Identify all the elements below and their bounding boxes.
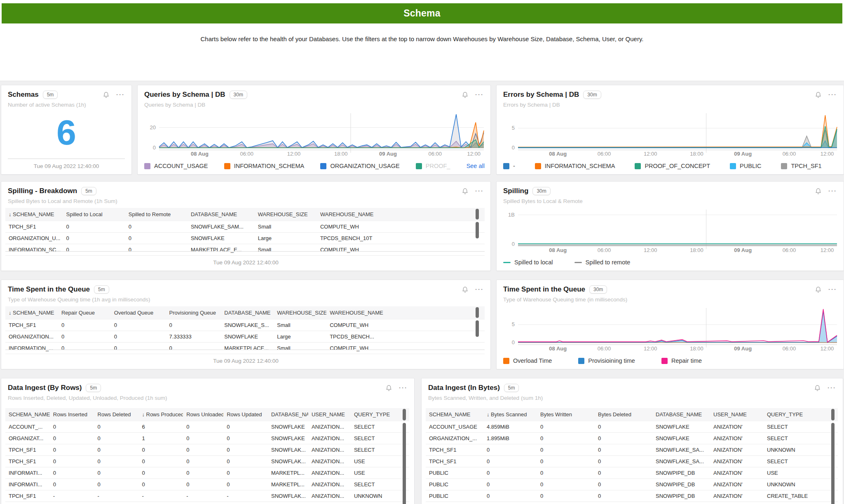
bell-icon[interactable] xyxy=(814,385,821,392)
ellipsis-menu-icon[interactable] xyxy=(116,93,125,97)
ellipsis-menu-icon[interactable] xyxy=(475,287,484,292)
scrollbar-thumb[interactable] xyxy=(403,423,406,504)
column-header[interactable]: Spilled to Remote xyxy=(125,208,188,221)
column-header[interactable]: QUERY_TYPE xyxy=(764,408,838,421)
svg-text:1B: 1B xyxy=(508,212,515,218)
scrollbar-thumb[interactable] xyxy=(831,423,835,504)
queue-chart[interactable]: 0508 Aug06:0012:0018:0009 Aug06:0012:00 xyxy=(499,305,841,353)
legend-label: INFORMATION_SCHEMA xyxy=(234,163,305,169)
ellipsis-menu-icon[interactable] xyxy=(475,189,484,193)
ellipsis-menu-icon[interactable] xyxy=(399,386,408,390)
legend-item[interactable]: - xyxy=(503,163,515,169)
column-header[interactable]: Overload Queue xyxy=(111,306,166,320)
column-header[interactable]: Rows Inserted xyxy=(50,408,94,421)
scrollbar-thumb[interactable] xyxy=(476,222,479,238)
column-header[interactable]: Bytes Written xyxy=(537,408,595,421)
column-header[interactable]: SCHEMA_NAME xyxy=(5,408,50,421)
bell-icon[interactable] xyxy=(103,91,110,98)
column-header[interactable]: USER_NAME xyxy=(308,408,351,421)
table-row: TPCH_SF1-----SNOWFLAK...ANIZATION...UNKN… xyxy=(5,490,409,502)
bell-icon[interactable] xyxy=(815,286,822,293)
table-row: PUBLIC-----SNOWPIPE_...ANIZATION...USE xyxy=(5,502,409,504)
svg-text:08 Aug: 08 Aug xyxy=(549,151,567,157)
errors-chart[interactable]: 0508 Aug06:0012:0018:0009 Aug06:0012:00 xyxy=(499,110,841,159)
ellipsis-menu-icon[interactable] xyxy=(828,386,836,390)
column-header[interactable]: Rows Deleted xyxy=(94,408,139,421)
refresh-interval-badge: 30m xyxy=(583,91,601,99)
column-header[interactable]: WAREHOUSE_NAME xyxy=(317,208,384,221)
svg-text:12:00: 12:00 xyxy=(644,247,657,253)
column-header[interactable]: WAREHOUSE_NAME xyxy=(326,306,384,320)
column-header[interactable]: WAREHOUSE_SIZE xyxy=(255,208,317,221)
legend-label: Spilled to remote xyxy=(586,259,631,266)
legend-item[interactable]: PUBLIC xyxy=(730,163,761,169)
bell-icon[interactable] xyxy=(815,188,822,195)
svg-text:12:00: 12:00 xyxy=(821,345,834,352)
scrollbar-thumb[interactable] xyxy=(831,409,835,420)
bell-icon[interactable] xyxy=(462,188,469,195)
column-header[interactable]: Bytes Deleted xyxy=(595,408,652,421)
legend-swatch-icon xyxy=(503,163,509,169)
scrollbar-thumb[interactable] xyxy=(476,209,479,219)
column-header[interactable]: ↓ Rows Produced xyxy=(138,408,183,421)
table-row: ORGANIZATION_...1.895MiB00SNOWFLAKEANIZA… xyxy=(426,433,838,444)
legend-item[interactable]: PROOF_OF_CONCEPT xyxy=(635,163,710,169)
column-header[interactable]: DATABASE_NA... xyxy=(268,408,308,421)
column-header[interactable]: Spilled to Local xyxy=(63,208,125,221)
column-header[interactable]: ↓ SCHEMA_NAME xyxy=(5,208,63,221)
column-header[interactable]: DATABASE_NAME xyxy=(652,408,710,421)
column-header[interactable]: WAREHOUSE_SIZE xyxy=(274,306,326,320)
ellipsis-menu-icon[interactable] xyxy=(828,287,837,292)
legend-item[interactable]: Provisioining time xyxy=(578,357,635,364)
legend-item[interactable]: Overload Time xyxy=(503,357,552,364)
bell-icon[interactable] xyxy=(815,91,822,98)
column-header[interactable]: Rows Updated xyxy=(223,408,268,421)
bell-icon[interactable] xyxy=(462,286,469,293)
panel-subtitle: Rows Inserted, Deleted, Updated, Unloade… xyxy=(1,392,414,401)
scrollbar-thumb[interactable] xyxy=(476,320,479,337)
spilling-chart[interactable]: 01B08 Aug06:0012:0018:0009 Aug06:0012:00 xyxy=(499,206,841,255)
timestamp: Tue 09 Aug 2022 12:40:00 xyxy=(1,163,131,169)
svg-text:09 Aug: 09 Aug xyxy=(379,151,397,157)
legend-item[interactable]: INFORMATION_SCHEMA xyxy=(535,163,615,169)
column-header[interactable]: QUERY_TYPE xyxy=(351,408,409,421)
ellipsis-menu-icon[interactable] xyxy=(828,93,837,97)
column-header[interactable]: Rows Unloaded xyxy=(183,408,223,421)
legend-swatch-icon xyxy=(781,163,787,169)
refresh-interval-badge: 5m xyxy=(43,91,58,99)
panel-subtitle: Bytes Scanned, Written, and Deleted (sum… xyxy=(422,392,843,401)
timestamp: Tue 09 Aug 2022 12:40:00 xyxy=(1,259,490,266)
svg-text:08 Aug: 08 Aug xyxy=(191,151,209,157)
column-header[interactable]: ↓ Bytes Scanned xyxy=(483,408,537,421)
legend-item[interactable]: Spilled to local xyxy=(503,259,553,266)
ellipsis-menu-icon[interactable] xyxy=(475,93,484,97)
legend-item[interactable]: INFORMATION_SCHEMA xyxy=(224,163,305,169)
column-header[interactable]: USER_NAME xyxy=(710,408,764,421)
column-header[interactable]: Provisioning Queue xyxy=(166,306,221,320)
scrollbar-thumb[interactable] xyxy=(403,409,406,420)
legend-item[interactable]: Spilled to remote xyxy=(574,259,631,266)
data-ingest-bytes-table: SCHEMA_NAME↓ Bytes ScannedBytes WrittenB… xyxy=(426,408,838,504)
column-header[interactable]: SCHEMA_NAME xyxy=(426,408,483,421)
column-header[interactable]: DATABASE_NAME xyxy=(221,306,274,320)
svg-text:18:00: 18:00 xyxy=(690,151,703,157)
legend-label: Repair time xyxy=(671,357,702,364)
column-header[interactable]: DATABASE_NAME xyxy=(188,208,255,221)
legend-item[interactable]: PROOF_ xyxy=(416,163,450,169)
table-row: ACCOUNT_USAGE4.859MiB00SNOWFLAKEANIZATIO… xyxy=(426,421,838,433)
legend-item[interactable]: Repair time xyxy=(661,357,702,364)
column-header[interactable]: ↓ SCHEMA_NAME xyxy=(5,306,58,320)
scrollbar-thumb[interactable] xyxy=(476,307,479,318)
ellipsis-menu-icon[interactable] xyxy=(828,189,837,193)
legend-item[interactable]: ORGANIZATION_USAGE xyxy=(320,163,399,169)
bell-icon[interactable] xyxy=(385,385,392,392)
column-header[interactable]: Repair Queue xyxy=(58,306,111,320)
panel-spilling-chart: Spilling 30m Spilled Bytes to Local & Re… xyxy=(496,181,844,271)
refresh-interval-badge: 30m xyxy=(589,285,607,294)
legend-item[interactable]: TPCH_SF1 xyxy=(781,163,821,169)
svg-text:18:00: 18:00 xyxy=(334,151,348,157)
bell-icon[interactable] xyxy=(462,91,469,98)
queries-chart[interactable]: 02008 Aug06:0012:0018:0009 Aug06:0012:00 xyxy=(140,110,488,159)
see-all-link[interactable]: See all xyxy=(467,163,485,169)
legend-item[interactable]: ACCOUNT_USAGE xyxy=(144,163,208,169)
